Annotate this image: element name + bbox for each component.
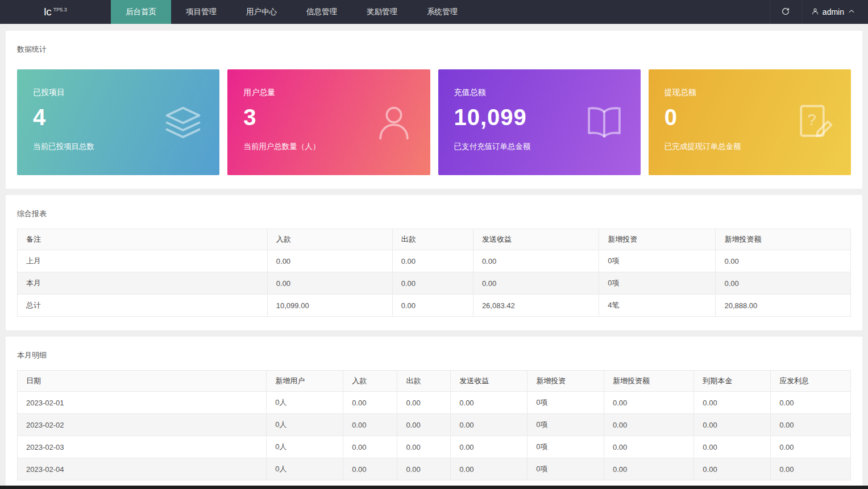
stat-card-total-users[interactable]: 用户总量 3 当前用户总数量（人） [227, 69, 430, 175]
month-detail-title: 本月明细 [17, 350, 851, 360]
refresh-button[interactable] [770, 0, 801, 24]
document-pen-icon: ? [793, 101, 836, 144]
stat-card-total-recharge[interactable]: 充值总额 10,099 已支付充值订单总金额 [438, 69, 641, 175]
table-cell: 0.00 [343, 436, 397, 458]
column-header: 发送收益 [473, 229, 599, 250]
table-row: 2023-02-020人0.000.000.000项0.000.000.00 [18, 414, 851, 436]
table-cell: 0.00 [694, 458, 771, 480]
stat-label: 提现总额 [665, 88, 835, 98]
table-cell: 2023-02-03 [18, 436, 267, 458]
stat-label: 充值总额 [454, 88, 625, 98]
column-header: 到期本金 [694, 371, 771, 392]
table-cell: 0项 [599, 250, 716, 272]
table-header-row: 备注入款出款发送收益新增投资新增投资额 [18, 229, 851, 250]
column-header: 新增投资额 [716, 229, 851, 250]
table-cell: 0项 [599, 272, 716, 295]
table-cell: 0.00 [604, 392, 694, 414]
table-cell: 0.00 [694, 436, 771, 458]
table-cell: 上月 [18, 250, 268, 272]
bottom-bar [0, 486, 868, 489]
column-header: 入款 [343, 371, 397, 392]
table-cell: 2023-02-04 [18, 458, 267, 480]
stats-title: 数据统计 [17, 44, 851, 55]
navbar-right: admin [770, 0, 868, 24]
table-row: 总计10,099.000.0026,083.424笔20,888.00 [18, 295, 851, 317]
table-row: 上月0.000.000.000项0.00 [18, 250, 851, 272]
main-content: 数据统计 已投项目 4 当前已投项目总数 用户总量 3 当前用户总数量（人） 充… [0, 24, 868, 489]
table-cell: 0.00 [473, 272, 599, 295]
nav-item[interactable]: 用户中心 [231, 0, 292, 24]
table-cell: 0.00 [716, 272, 851, 295]
nav-item[interactable]: 信息管理 [292, 0, 352, 24]
table-cell: 0人 [267, 414, 343, 436]
table-cell: 2023-02-01 [18, 392, 267, 414]
table-cell: 0.00 [397, 458, 451, 480]
table-cell: 0.00 [267, 250, 392, 272]
table-header-row: 日期新增用户入款出款发送收益新增投资新增投资额到期本金应发利息 [18, 371, 851, 392]
table-cell: 0.00 [473, 250, 599, 272]
user-icon [372, 101, 416, 144]
table-cell: 0.00 [771, 436, 851, 458]
table-cell: 0项 [528, 458, 604, 480]
table-cell: 0.00 [397, 436, 451, 458]
table-cell: 总计 [18, 295, 268, 317]
table-cell: 0.00 [392, 295, 473, 317]
table-cell: 0.00 [604, 414, 694, 436]
table-cell: 2023-02-02 [18, 414, 267, 436]
app-logo[interactable]: lcTP5.3 [0, 0, 111, 24]
stat-card-total-withdraw[interactable]: 提现总额 0 已完成提现订单总金额 ? [649, 69, 851, 175]
table-cell: 0.00 [451, 458, 528, 480]
column-header: 备注 [18, 229, 268, 250]
stats-panel: 数据统计 已投项目 4 当前已投项目总数 用户总量 3 当前用户总数量（人） 充… [6, 31, 862, 189]
table-cell: 0.00 [694, 414, 771, 436]
table-cell: 0.00 [451, 414, 528, 436]
layers-icon [161, 101, 205, 144]
book-icon [583, 101, 626, 144]
table-row: 2023-02-040人0.000.000.000项0.000.000.00 [18, 458, 851, 480]
column-header: 出款 [392, 229, 473, 250]
table-cell: 0.00 [604, 436, 694, 458]
table-cell: 本月 [18, 272, 268, 295]
table-cell: 0.00 [397, 414, 451, 436]
user-icon [811, 7, 819, 17]
stat-card-invested-projects[interactable]: 已投项目 4 当前已投项目总数 [17, 69, 219, 175]
column-header: 入款 [267, 229, 392, 250]
report-title: 综合报表 [17, 209, 851, 219]
table-cell: 20,888.00 [716, 295, 851, 317]
table-cell: 0项 [528, 436, 604, 458]
table-cell: 0.00 [343, 392, 397, 414]
stat-label: 已投项目 [33, 88, 203, 98]
month-detail-table: 日期新增用户入款出款发送收益新增投资新增投资额到期本金应发利息2023-02-0… [17, 370, 851, 480]
stat-cards: 已投项目 4 当前已投项目总数 用户总量 3 当前用户总数量（人） 充值总额 1… [17, 69, 851, 175]
column-header: 新增用户 [267, 371, 343, 392]
table-cell: 0.00 [694, 392, 771, 414]
column-header: 发送收益 [451, 371, 528, 392]
table-cell: 0人 [267, 436, 343, 458]
month-detail-panel: 本月明细 日期新增用户入款出款发送收益新增投资新增投资额到期本金应发利息2023… [6, 337, 862, 489]
table-cell: 0.00 [716, 250, 851, 272]
table-cell: 0.00 [343, 414, 397, 436]
table-cell: 0.00 [771, 392, 851, 414]
column-header: 新增投资 [528, 371, 604, 392]
table-cell: 0项 [528, 392, 604, 414]
table-cell: 0.00 [392, 250, 473, 272]
table-cell: 0.00 [771, 414, 851, 436]
table-cell: 0项 [528, 414, 604, 436]
report-panel: 综合报表 备注入款出款发送收益新增投资新增投资额上月0.000.000.000项… [6, 195, 862, 330]
table-cell: 0人 [267, 392, 343, 414]
table-cell: 0.00 [392, 272, 473, 295]
nav-item[interactable]: 项目管理 [171, 0, 231, 24]
user-menu[interactable]: admin [801, 0, 868, 24]
nav-item[interactable]: 奖励管理 [352, 0, 412, 24]
svg-text:?: ? [807, 110, 816, 129]
nav-item[interactable]: 后台首页 [111, 0, 171, 24]
table-cell: 0.00 [397, 392, 451, 414]
logo-text: lc [44, 6, 52, 18]
table-cell: 0人 [267, 458, 343, 480]
column-header: 新增投资额 [604, 371, 694, 392]
table-row: 2023-02-030人0.000.000.000项0.000.000.00 [18, 436, 851, 458]
table-row: 2023-02-010人0.000.000.000项0.000.000.00 [18, 392, 851, 414]
nav-item[interactable]: 系统管理 [412, 0, 472, 24]
refresh-icon [781, 7, 790, 18]
table-cell: 0.00 [267, 272, 392, 295]
